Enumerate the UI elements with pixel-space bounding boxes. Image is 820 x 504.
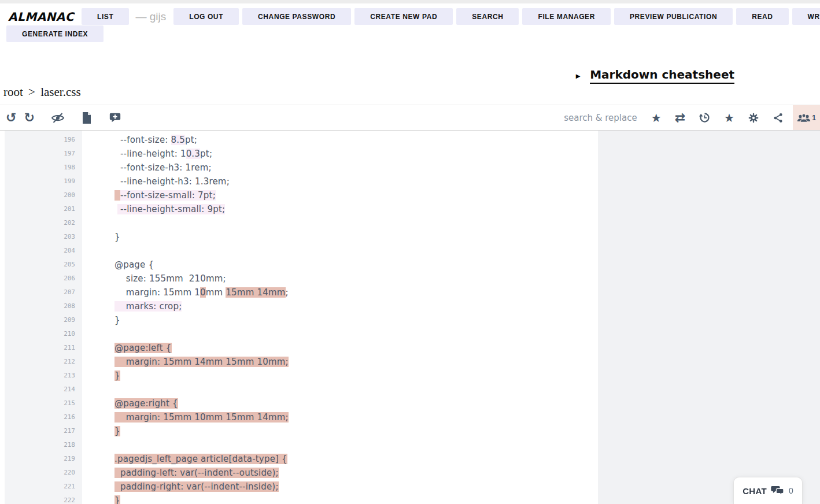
redo-button[interactable]: ↻ <box>24 112 34 124</box>
breadcrumb-file[interactable]: laser.css <box>40 85 80 99</box>
line-number: 214 <box>5 383 75 396</box>
change-password-button[interactable]: CHANGE PASSWORD <box>242 8 351 25</box>
connected-users-button[interactable]: 1 <box>793 105 820 130</box>
chat-bubbles-icon <box>771 486 785 496</box>
users-icon <box>797 112 811 124</box>
code-line[interactable]: .pagedjs_left_page article[data-type] { <box>114 452 598 466</box>
document-icon <box>81 112 93 124</box>
code-line[interactable]: margin: 15mm 10mm 15mm 14mm; <box>114 286 598 299</box>
star-icon: ★ <box>724 112 734 124</box>
generate-index-button[interactable]: GENERATE INDEX <box>6 25 104 42</box>
line-number: 209 <box>5 313 75 327</box>
line-number: 212 <box>5 355 75 369</box>
comment-plus-icon <box>109 112 121 124</box>
line-number: 220 <box>5 466 75 480</box>
line-number: 222 <box>5 494 75 504</box>
chat-label: CHAT <box>743 486 767 496</box>
line-number: 197 <box>5 147 75 161</box>
code-line[interactable]: --font-size-h3: 1rem; <box>114 161 598 175</box>
breadcrumb-root[interactable]: root <box>3 85 23 99</box>
code-line[interactable] <box>114 327 598 341</box>
chat-count: 0 <box>789 486 793 495</box>
star-button-1[interactable]: ★ <box>651 112 662 124</box>
line-number: 207 <box>5 286 75 299</box>
chat-widget[interactable]: CHAT 0 <box>733 477 803 504</box>
settings-button[interactable] <box>748 112 759 124</box>
markdown-cheatsheet-toggle[interactable]: ► Markdown cheatsheet <box>574 68 734 84</box>
nav-row-secondary: GENERATE INDEX <box>0 25 820 42</box>
nav-row-primary: ALMANAC LIST — gijs LOG OUT CHANGE PASSW… <box>0 3 820 25</box>
import-export-arrows-button[interactable]: ⇄ <box>675 112 685 124</box>
code-line[interactable] <box>114 383 598 396</box>
search-button[interactable]: SEARCH <box>456 8 519 25</box>
line-number: 208 <box>5 299 75 313</box>
code-line[interactable]: } <box>114 230 598 244</box>
star-icon: ★ <box>651 112 662 124</box>
history-button[interactable] <box>699 112 711 124</box>
code-line[interactable]: padding-right: var(--indent--inside); <box>114 480 598 494</box>
code-line[interactable] <box>114 438 598 452</box>
list-button[interactable]: LIST <box>82 8 129 25</box>
eye-off-icon <box>51 111 65 125</box>
code-line[interactable]: size: 155mm 210mm; <box>114 272 598 286</box>
code-line[interactable] <box>114 216 598 230</box>
line-number: 200 <box>5 188 75 202</box>
line-number: 198 <box>5 161 75 175</box>
line-number: 201 <box>5 202 75 216</box>
line-number: 196 <box>5 133 75 147</box>
code-line[interactable]: } <box>114 494 598 504</box>
cheatsheet-row: ► Markdown cheatsheet <box>0 68 820 84</box>
code-line[interactable]: padding-left: var(--indent--outside); <box>114 466 598 480</box>
import-export-button[interactable] <box>81 112 93 124</box>
code-line[interactable]: } <box>114 369 598 383</box>
file-manager-button[interactable]: FILE MANAGER <box>522 8 611 25</box>
almanac-logo[interactable]: ALMANAC <box>8 10 74 24</box>
share-button[interactable] <box>773 112 784 124</box>
logout-button[interactable]: LOG OUT <box>173 8 239 25</box>
line-number: 210 <box>5 327 75 341</box>
code-line[interactable]: --font-size: 8.5pt; <box>114 133 598 147</box>
code-line[interactable]: --line-height-small: 9pt; <box>114 202 598 216</box>
hide-authorship-colors-button[interactable] <box>51 111 65 125</box>
line-number: 205 <box>5 258 75 272</box>
code-line[interactable] <box>114 244 598 258</box>
line-number-gutter: 1961971981992002012022032042052062072082… <box>5 131 82 504</box>
code-line[interactable]: marks: crop; <box>114 299 598 313</box>
share-icon <box>773 112 784 124</box>
code-line[interactable]: } <box>114 313 598 327</box>
search-replace-input[interactable] <box>549 112 638 124</box>
line-number: 211 <box>5 341 75 355</box>
header: ALMANAC LIST — gijs LOG OUT CHANGE PASSW… <box>0 3 820 99</box>
undo-icon: ↺ <box>6 112 16 124</box>
line-number: 203 <box>5 230 75 244</box>
triangle-collapsed-icon: ► <box>574 72 582 80</box>
markdown-cheatsheet-label: Markdown cheatsheet <box>590 68 734 84</box>
create-new-pad-button[interactable]: CREATE NEW PAD <box>354 8 453 25</box>
undo-button[interactable]: ↺ <box>6 112 16 124</box>
add-comment-button[interactable] <box>109 112 121 124</box>
line-number: 213 <box>5 369 75 383</box>
editor-left-strip <box>0 131 5 504</box>
editor-right-panel <box>598 131 820 504</box>
code-line[interactable]: } <box>114 424 598 438</box>
preview-publication-button[interactable]: PREVIEW PUBLICATION <box>614 8 733 25</box>
code-line[interactable]: --line-height-h3: 1.3rem; <box>114 175 598 188</box>
code-line[interactable]: --line-height: 10.3pt; <box>114 147 598 161</box>
code-line[interactable]: --font-size-small: 7pt; <box>114 188 598 202</box>
breadcrumb-separator: > <box>28 85 35 99</box>
editor-toolbar: ↺ ↻ <box>0 105 820 131</box>
code-line[interactable]: @page:right { <box>114 396 598 410</box>
code-line[interactable]: margin: 15mm 14mm 15mm 10mm; <box>114 355 598 369</box>
code-line[interactable]: @page { <box>114 258 598 272</box>
history-icon <box>699 112 711 124</box>
code-editor[interactable]: --font-size: 8.5pt; --line-height: 10.3p… <box>82 131 598 504</box>
code-line[interactable]: margin: 15mm 10mm 15mm 14mm; <box>114 410 598 424</box>
star-button-2[interactable]: ★ <box>724 112 734 124</box>
logged-in-user: — gijs <box>135 10 166 23</box>
write-button[interactable]: WRITE <box>792 8 820 25</box>
line-number: 218 <box>5 438 75 452</box>
line-number: 202 <box>5 216 75 230</box>
read-button[interactable]: READ <box>736 8 788 25</box>
code-line[interactable]: @page:left { <box>114 341 598 355</box>
line-number: 206 <box>5 272 75 286</box>
